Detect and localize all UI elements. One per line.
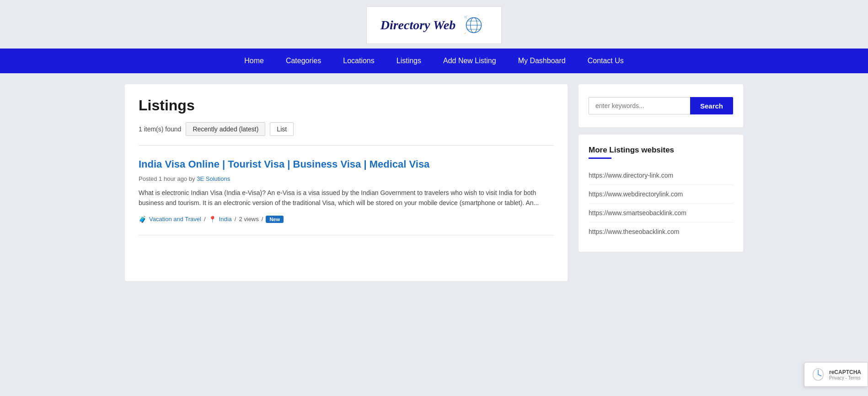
meta-divider: [139, 145, 554, 146]
nav-listings[interactable]: Listings: [386, 49, 432, 73]
main-container: Listings 1 item(s) found Recently added …: [114, 84, 754, 281]
listings-meta: 1 item(s) found Recently added (latest) …: [139, 122, 554, 136]
view-filter-button[interactable]: List: [270, 122, 294, 136]
posted-ago-text: Posted 1 hour ago by: [139, 175, 195, 182]
nav-home[interactable]: Home: [233, 49, 275, 73]
site-header: Directory Web 🛒 ↑ → ↓ ↙: [0, 0, 868, 49]
listing-description: What is electronic Indian Visa (India e-…: [139, 188, 554, 208]
recaptcha-info: reCAPTCHA Privacy - Terms: [829, 369, 861, 380]
more-listings-widget: More Listings websites https://www.direc…: [579, 135, 743, 252]
nav-contact-us[interactable]: Contact Us: [577, 49, 635, 73]
website-link-2[interactable]: https://www.webdirectorylink.com: [589, 185, 733, 204]
nav-my-dashboard[interactable]: My Dashboard: [507, 49, 577, 73]
svg-text:↓: ↓: [478, 32, 479, 34]
sidebar: Search More Listings websites https://ww…: [579, 84, 743, 252]
search-widget: Search: [579, 84, 743, 127]
website-link-1[interactable]: https://www.directory-link.com: [589, 166, 733, 185]
location-pin-icon: 📍: [209, 216, 216, 223]
search-row: Search: [589, 97, 733, 114]
nav-locations[interactable]: Locations: [332, 49, 386, 73]
recaptcha-subtext: Privacy - Terms: [829, 375, 861, 380]
svg-text:→: →: [482, 21, 484, 24]
location-link[interactable]: India: [219, 216, 232, 222]
svg-text:↙: ↙: [464, 32, 466, 34]
logo-container: Directory Web 🛒 ↑ → ↓ ↙: [366, 6, 502, 44]
logo-globe-icon: 🛒 ↑ → ↓ ↙: [460, 11, 488, 39]
category-link[interactable]: Vacation and Travel: [149, 216, 201, 222]
nav-categories[interactable]: Categories: [275, 49, 332, 73]
recaptcha-icon: [811, 367, 825, 382]
search-input[interactable]: [589, 97, 690, 114]
bottom-divider: [139, 235, 554, 235]
listing-posted-info: Posted 1 hour ago by 3E Solutions: [139, 175, 554, 182]
logo-text: Directory Web: [380, 18, 456, 33]
more-listings-title: More Listings websites: [589, 146, 733, 155]
website-link-4[interactable]: https://www.theseobacklink.com: [589, 222, 733, 241]
sort-filter-button[interactable]: Recently added (latest): [186, 122, 265, 136]
nav-add-new-listing[interactable]: Add New Listing: [432, 49, 507, 73]
posted-by-link[interactable]: 3E Solutions: [197, 175, 230, 182]
page-title: Listings: [139, 97, 554, 114]
website-link-3[interactable]: https://www.smartseobacklink.com: [589, 204, 733, 222]
listing-title-link[interactable]: India Visa Online | Tourist Visa | Busin…: [139, 157, 554, 172]
svg-text:↑: ↑: [478, 13, 479, 16]
new-badge: New: [266, 216, 284, 223]
items-found-label: 1 item(s) found: [139, 125, 181, 133]
search-button[interactable]: Search: [690, 97, 733, 114]
separator-3: /: [262, 216, 263, 222]
separator-1: /: [204, 216, 206, 222]
category-icon: 🧳: [139, 216, 146, 223]
recaptcha-widget: reCAPTCHA Privacy - Terms: [804, 362, 868, 387]
separator-2: /: [235, 216, 236, 222]
listing-tags: 🧳 Vacation and Travel / 📍 India / 2 view…: [139, 216, 554, 223]
listing-item: India Visa Online | Tourist Visa | Busin…: [139, 153, 554, 228]
svg-text:🛒: 🛒: [464, 15, 468, 19]
recaptcha-label: reCAPTCHA: [829, 369, 861, 375]
content-area: Listings 1 item(s) found Recently added …: [125, 84, 568, 281]
title-underline: [589, 157, 611, 159]
main-navbar: Home Categories Locations Listings Add N…: [0, 49, 868, 73]
views-count: 2 views: [239, 216, 258, 222]
